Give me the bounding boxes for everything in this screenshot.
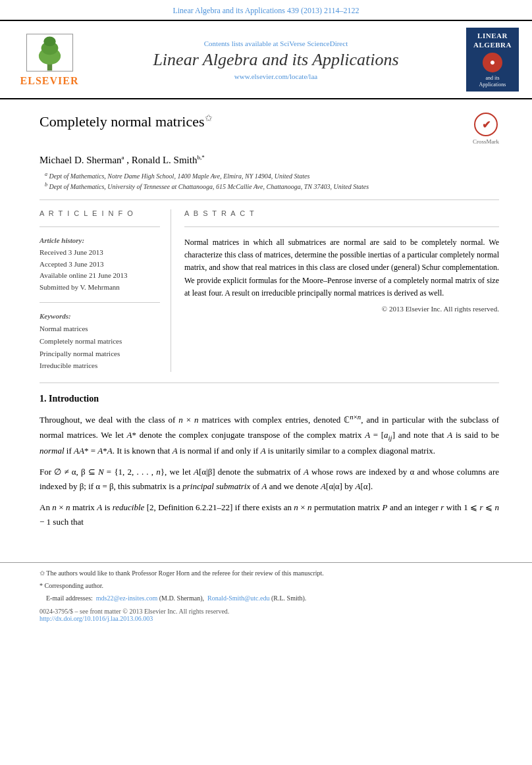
- keyword-1: Normal matrices: [40, 323, 160, 335]
- journal-title: Linear Algebra and its Applications: [153, 50, 398, 70]
- article-star: ✩: [205, 113, 213, 123]
- divider-info-1: [40, 226, 160, 227]
- cover-title: LINEAR ALGEBRA: [469, 31, 516, 50]
- author1-sup: a: [122, 154, 124, 161]
- intro-heading: 1. Introduction: [40, 394, 499, 404]
- footer-copyright: 0024-3795/$ – see front matter © 2013 El…: [40, 608, 499, 615]
- article-info-column: A R T I C L E I N F O Article history: R…: [40, 209, 171, 372]
- footnote-asterisk-icon: *: [40, 582, 43, 589]
- affiliation-a: a Dept of Mathematics, Notre Dame High S…: [40, 171, 499, 180]
- journal-link-bar: Linear Algebra and its Applications 439 …: [0, 0, 532, 21]
- abstract-text: Normal matrices in which all submatrices…: [184, 236, 499, 300]
- elsevier-tree-icon: [25, 33, 74, 72]
- affiliation-b: b Dept of Mathematics, University of Ten…: [40, 182, 499, 190]
- journal-cover-image: LINEAR ALGEBRA ● and its Applications: [466, 28, 519, 92]
- crossmark-icon: ✔: [474, 113, 498, 136]
- history-submitted: Submitted by V. Mehrmann: [40, 282, 160, 294]
- divider-after-affiliations: [40, 199, 499, 200]
- cover-subtitle2: Applications: [479, 82, 506, 88]
- intro-para-3: An n × n matrix A is reducible [2, Defin…: [40, 500, 499, 529]
- keyword-3: Principally normal matrices: [40, 348, 160, 360]
- crossmark-label: CrossMark: [473, 138, 499, 145]
- cover-subtitle1: and its: [485, 75, 499, 82]
- email-1-link[interactable]: mds22@ez-insites.com: [96, 594, 157, 602]
- body-divider-1: [40, 382, 499, 383]
- footnote-star-icon: ✩: [40, 569, 45, 577]
- intro-para-1: Throughout, we deal with the class of n …: [40, 411, 499, 458]
- article-title-section: Completely normal matrices✩ ✔ CrossMark: [40, 113, 499, 145]
- footer-section: ✩ The authors would like to thank Profes…: [0, 562, 532, 629]
- main-content: Completely normal matrices✩ ✔ CrossMark …: [0, 99, 532, 549]
- article-title: Completely normal matrices✩: [40, 113, 213, 130]
- footnote-2: * Corresponding author.: [40, 581, 499, 591]
- copyright-line: © 2013 Elsevier Inc. All rights reserved…: [184, 305, 499, 313]
- article-info-header: A R T I C L E I N F O: [40, 209, 160, 217]
- history-available: Available online 21 June 2013: [40, 270, 160, 282]
- history-received: Received 3 June 2013: [40, 247, 160, 259]
- keywords-label: Keywords:: [40, 312, 160, 320]
- journal-url[interactable]: www.elsevier.com/locate/laa: [234, 72, 317, 80]
- crossmark-badge: ✔ CrossMark: [473, 113, 499, 145]
- elsevier-logo: ELSEVIER: [13, 28, 86, 92]
- cover-icon: ●: [483, 53, 502, 72]
- intro-para-2: For ∅ ≠ α, β ⊆ N = {1, 2, . . . , n}, we…: [40, 465, 499, 494]
- two-col-section: A R T I C L E I N F O Article history: R…: [40, 209, 499, 372]
- author1-name: Michael D. Sherman: [40, 155, 122, 165]
- keyword-4: Irreducible matrices: [40, 359, 160, 372]
- header-section: ELSEVIER Contents lists available at Sci…: [0, 21, 532, 99]
- article-title-container: Completely normal matrices✩: [40, 113, 213, 130]
- authors-line: Michael D. Shermana , Ronald L. Smithb,*: [40, 154, 499, 166]
- journal-info-center: Contents lists available at SciVerse Sci…: [92, 28, 460, 92]
- author2-sup: b,*: [197, 154, 204, 161]
- abstract-header: A B S T R A C T: [184, 209, 499, 217]
- journal-link[interactable]: Linear Algebra and its Applications 439 …: [173, 6, 359, 15]
- elsevier-label: ELSEVIER: [20, 75, 79, 87]
- abstract-column: A B S T R A C T Normal matrices in which…: [184, 209, 499, 372]
- email-2-link[interactable]: Ronald-Smith@utc.edu: [207, 594, 269, 602]
- keyword-2: Completely normal matrices: [40, 335, 160, 348]
- history-accepted: Accepted 3 June 2013: [40, 259, 160, 271]
- history-label: Article history:: [40, 236, 160, 244]
- footnote-email: E-mail addresses: mds22@ez-insites.com (…: [40, 593, 499, 604]
- divider-abstract: [184, 226, 499, 227]
- author2-name: , Ronald L. Smith: [126, 155, 197, 165]
- footnote-1: ✩ The authors would like to thank Profes…: [40, 568, 499, 579]
- sciverse-text: Contents lists available at SciVerse Sci…: [204, 40, 348, 47]
- footer-doi[interactable]: http://dx.doi.org/10.1016/j.laa.2013.06.…: [40, 615, 499, 622]
- divider-info-2: [40, 302, 160, 303]
- svg-point-3: [43, 36, 55, 46]
